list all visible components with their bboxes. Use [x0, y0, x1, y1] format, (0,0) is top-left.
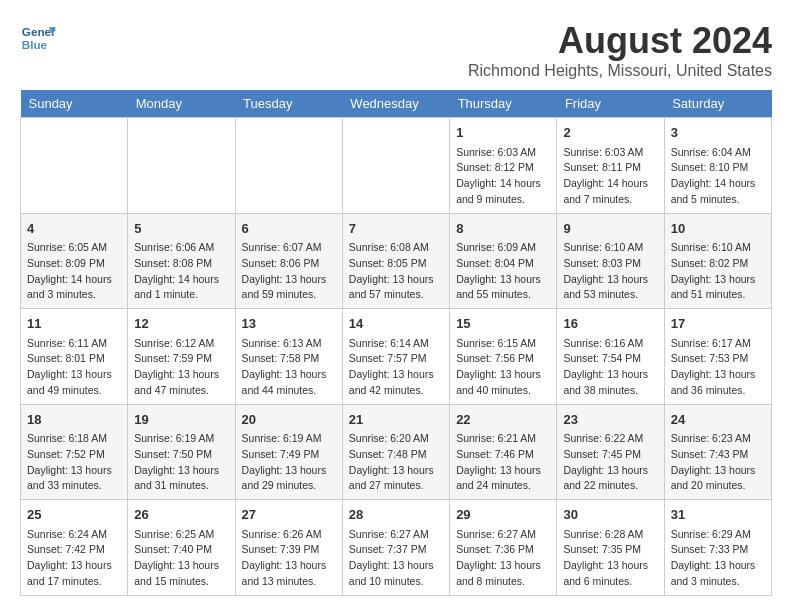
day-number: 27 [242, 505, 336, 525]
day-number: 15 [456, 314, 550, 334]
calendar-cell: 30Sunrise: 6:28 AM Sunset: 7:35 PM Dayli… [557, 500, 664, 596]
calendar-cell [342, 118, 449, 214]
day-number: 25 [27, 505, 121, 525]
calendar-cell: 23Sunrise: 6:22 AM Sunset: 7:45 PM Dayli… [557, 404, 664, 500]
day-info: Sunrise: 6:11 AM Sunset: 8:01 PM Dayligh… [27, 336, 121, 399]
calendar-cell: 12Sunrise: 6:12 AM Sunset: 7:59 PM Dayli… [128, 309, 235, 405]
day-number: 2 [563, 123, 657, 143]
logo-icon: General Blue [20, 20, 56, 56]
calendar-table: SundayMondayTuesdayWednesdayThursdayFrid… [20, 90, 772, 596]
day-number: 10 [671, 219, 765, 239]
calendar-cell: 31Sunrise: 6:29 AM Sunset: 7:33 PM Dayli… [664, 500, 771, 596]
day-info: Sunrise: 6:20 AM Sunset: 7:48 PM Dayligh… [349, 431, 443, 494]
day-number: 26 [134, 505, 228, 525]
calendar-cell: 29Sunrise: 6:27 AM Sunset: 7:36 PM Dayli… [450, 500, 557, 596]
calendar-cell [128, 118, 235, 214]
day-info: Sunrise: 6:29 AM Sunset: 7:33 PM Dayligh… [671, 527, 765, 590]
calendar-week-row: 18Sunrise: 6:18 AM Sunset: 7:52 PM Dayli… [21, 404, 772, 500]
calendar-cell: 24Sunrise: 6:23 AM Sunset: 7:43 PM Dayli… [664, 404, 771, 500]
day-number: 14 [349, 314, 443, 334]
calendar-cell: 3Sunrise: 6:04 AM Sunset: 8:10 PM Daylig… [664, 118, 771, 214]
calendar-cell: 21Sunrise: 6:20 AM Sunset: 7:48 PM Dayli… [342, 404, 449, 500]
day-number: 29 [456, 505, 550, 525]
day-number: 30 [563, 505, 657, 525]
day-info: Sunrise: 6:10 AM Sunset: 8:02 PM Dayligh… [671, 240, 765, 303]
day-info: Sunrise: 6:07 AM Sunset: 8:06 PM Dayligh… [242, 240, 336, 303]
page-subtitle: Richmond Heights, Missouri, United State… [468, 62, 772, 80]
day-info: Sunrise: 6:16 AM Sunset: 7:54 PM Dayligh… [563, 336, 657, 399]
day-number: 18 [27, 410, 121, 430]
day-number: 17 [671, 314, 765, 334]
day-number: 9 [563, 219, 657, 239]
calendar-cell: 14Sunrise: 6:14 AM Sunset: 7:57 PM Dayli… [342, 309, 449, 405]
day-info: Sunrise: 6:04 AM Sunset: 8:10 PM Dayligh… [671, 145, 765, 208]
day-number: 28 [349, 505, 443, 525]
day-info: Sunrise: 6:13 AM Sunset: 7:58 PM Dayligh… [242, 336, 336, 399]
day-number: 5 [134, 219, 228, 239]
day-info: Sunrise: 6:21 AM Sunset: 7:46 PM Dayligh… [456, 431, 550, 494]
day-info: Sunrise: 6:08 AM Sunset: 8:05 PM Dayligh… [349, 240, 443, 303]
day-number: 6 [242, 219, 336, 239]
day-info: Sunrise: 6:19 AM Sunset: 7:50 PM Dayligh… [134, 431, 228, 494]
calendar-cell [21, 118, 128, 214]
calendar-cell: 11Sunrise: 6:11 AM Sunset: 8:01 PM Dayli… [21, 309, 128, 405]
day-number: 7 [349, 219, 443, 239]
day-number: 20 [242, 410, 336, 430]
calendar-week-row: 1Sunrise: 6:03 AM Sunset: 8:12 PM Daylig… [21, 118, 772, 214]
calendar-cell: 19Sunrise: 6:19 AM Sunset: 7:50 PM Dayli… [128, 404, 235, 500]
calendar-cell: 22Sunrise: 6:21 AM Sunset: 7:46 PM Dayli… [450, 404, 557, 500]
day-info: Sunrise: 6:25 AM Sunset: 7:40 PM Dayligh… [134, 527, 228, 590]
svg-text:General: General [22, 25, 56, 38]
day-number: 31 [671, 505, 765, 525]
day-of-week-header: Friday [557, 90, 664, 118]
day-number: 24 [671, 410, 765, 430]
title-area: August 2024 Richmond Heights, Missouri, … [468, 20, 772, 80]
calendar-cell: 7Sunrise: 6:08 AM Sunset: 8:05 PM Daylig… [342, 213, 449, 309]
day-info: Sunrise: 6:05 AM Sunset: 8:09 PM Dayligh… [27, 240, 121, 303]
page-title: August 2024 [468, 20, 772, 62]
day-info: Sunrise: 6:17 AM Sunset: 7:53 PM Dayligh… [671, 336, 765, 399]
day-number: 22 [456, 410, 550, 430]
calendar-cell: 1Sunrise: 6:03 AM Sunset: 8:12 PM Daylig… [450, 118, 557, 214]
day-info: Sunrise: 6:14 AM Sunset: 7:57 PM Dayligh… [349, 336, 443, 399]
day-number: 3 [671, 123, 765, 143]
day-info: Sunrise: 6:12 AM Sunset: 7:59 PM Dayligh… [134, 336, 228, 399]
day-of-week-header: Wednesday [342, 90, 449, 118]
day-info: Sunrise: 6:24 AM Sunset: 7:42 PM Dayligh… [27, 527, 121, 590]
calendar-cell: 9Sunrise: 6:10 AM Sunset: 8:03 PM Daylig… [557, 213, 664, 309]
day-of-week-header: Thursday [450, 90, 557, 118]
calendar-cell: 4Sunrise: 6:05 AM Sunset: 8:09 PM Daylig… [21, 213, 128, 309]
day-info: Sunrise: 6:19 AM Sunset: 7:49 PM Dayligh… [242, 431, 336, 494]
day-info: Sunrise: 6:03 AM Sunset: 8:11 PM Dayligh… [563, 145, 657, 208]
day-number: 13 [242, 314, 336, 334]
calendar-cell [235, 118, 342, 214]
calendar-cell: 27Sunrise: 6:26 AM Sunset: 7:39 PM Dayli… [235, 500, 342, 596]
calendar-header-row: SundayMondayTuesdayWednesdayThursdayFrid… [21, 90, 772, 118]
day-info: Sunrise: 6:26 AM Sunset: 7:39 PM Dayligh… [242, 527, 336, 590]
calendar-cell: 17Sunrise: 6:17 AM Sunset: 7:53 PM Dayli… [664, 309, 771, 405]
day-number: 1 [456, 123, 550, 143]
day-info: Sunrise: 6:22 AM Sunset: 7:45 PM Dayligh… [563, 431, 657, 494]
calendar-cell: 5Sunrise: 6:06 AM Sunset: 8:08 PM Daylig… [128, 213, 235, 309]
day-number: 12 [134, 314, 228, 334]
day-number: 21 [349, 410, 443, 430]
calendar-cell: 18Sunrise: 6:18 AM Sunset: 7:52 PM Dayli… [21, 404, 128, 500]
day-info: Sunrise: 6:18 AM Sunset: 7:52 PM Dayligh… [27, 431, 121, 494]
day-info: Sunrise: 6:03 AM Sunset: 8:12 PM Dayligh… [456, 145, 550, 208]
day-number: 16 [563, 314, 657, 334]
calendar-cell: 13Sunrise: 6:13 AM Sunset: 7:58 PM Dayli… [235, 309, 342, 405]
calendar-cell: 15Sunrise: 6:15 AM Sunset: 7:56 PM Dayli… [450, 309, 557, 405]
day-number: 19 [134, 410, 228, 430]
calendar-cell: 25Sunrise: 6:24 AM Sunset: 7:42 PM Dayli… [21, 500, 128, 596]
calendar-week-row: 25Sunrise: 6:24 AM Sunset: 7:42 PM Dayli… [21, 500, 772, 596]
day-number: 4 [27, 219, 121, 239]
day-info: Sunrise: 6:23 AM Sunset: 7:43 PM Dayligh… [671, 431, 765, 494]
day-info: Sunrise: 6:15 AM Sunset: 7:56 PM Dayligh… [456, 336, 550, 399]
svg-text:Blue: Blue [22, 38, 48, 51]
day-of-week-header: Sunday [21, 90, 128, 118]
day-info: Sunrise: 6:10 AM Sunset: 8:03 PM Dayligh… [563, 240, 657, 303]
day-of-week-header: Monday [128, 90, 235, 118]
day-info: Sunrise: 6:09 AM Sunset: 8:04 PM Dayligh… [456, 240, 550, 303]
calendar-cell: 8Sunrise: 6:09 AM Sunset: 8:04 PM Daylig… [450, 213, 557, 309]
day-number: 11 [27, 314, 121, 334]
